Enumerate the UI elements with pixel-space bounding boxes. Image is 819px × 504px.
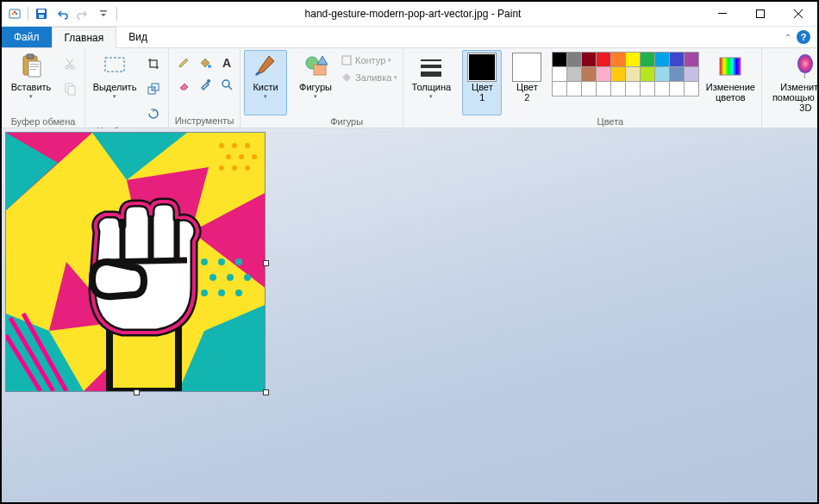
- fill-label: Заливка: [355, 72, 391, 83]
- undo-icon[interactable]: [53, 4, 72, 23]
- shapes-label: Фигуры: [299, 82, 332, 92]
- svg-point-50: [245, 143, 250, 148]
- palette-color[interactable]: [669, 81, 685, 96]
- select-button[interactable]: Выделить ▾: [89, 50, 141, 115]
- minimize-button[interactable]: [703, 2, 741, 26]
- palette-color[interactable]: [640, 81, 655, 96]
- chevron-down-icon: ▾: [113, 93, 116, 100]
- palette-color[interactable]: [640, 66, 655, 82]
- text-icon[interactable]: A: [216, 52, 238, 74]
- palette-color[interactable]: [596, 66, 611, 82]
- palette-color[interactable]: [625, 52, 641, 67]
- palette-color[interactable]: [669, 52, 685, 67]
- paste-button[interactable]: Вставить ▾: [5, 50, 57, 115]
- shapes-icon: [302, 53, 329, 80]
- svg-rect-15: [30, 69, 36, 70]
- svg-point-54: [219, 165, 224, 171]
- svg-point-48: [219, 143, 224, 148]
- palette-color[interactable]: [552, 66, 567, 82]
- svg-point-23: [208, 65, 211, 68]
- redo-icon[interactable]: [73, 4, 92, 23]
- quick-access-toolbar: [2, 4, 122, 23]
- brushes-button[interactable]: Кисти ▾: [244, 50, 287, 115]
- shape-outline-button[interactable]: Контур ▾: [339, 52, 399, 69]
- ribbon: Вставить ▾ Буфер обмена Выделить ▾: [2, 48, 817, 128]
- help-icon[interactable]: ?: [797, 30, 810, 44]
- window-buttons: [703, 2, 817, 26]
- svg-rect-9: [757, 10, 765, 18]
- palette-color[interactable]: [596, 81, 611, 96]
- resize-handle-e[interactable]: [263, 260, 269, 266]
- rotate-icon[interactable]: [142, 103, 165, 125]
- outline-icon: [341, 54, 353, 66]
- qat-customize-icon[interactable]: [94, 4, 113, 23]
- palette-color[interactable]: [566, 81, 582, 96]
- palette-color[interactable]: [669, 66, 685, 82]
- palette-color[interactable]: [552, 52, 567, 67]
- palette-color[interactable]: [566, 52, 582, 67]
- palette-color[interactable]: [566, 66, 582, 82]
- palette-color[interactable]: [596, 52, 611, 67]
- group-label-tools: Инструменты: [172, 115, 236, 128]
- palette-color[interactable]: [625, 66, 641, 82]
- svg-point-3: [14, 11, 16, 13]
- tab-view[interactable]: Вид: [116, 27, 159, 47]
- svg-point-63: [201, 289, 208, 296]
- crop-icon[interactable]: [142, 53, 165, 75]
- color1-button[interactable]: Цвет 1: [462, 50, 502, 115]
- color2-button[interactable]: Цвет 2: [507, 50, 547, 115]
- close-button[interactable]: [779, 2, 817, 26]
- size-button[interactable]: Толщина ▾: [407, 50, 455, 115]
- svg-point-25: [207, 79, 210, 83]
- svg-rect-31: [421, 65, 441, 68]
- pencil-icon[interactable]: [172, 52, 195, 74]
- magnifier-icon[interactable]: [216, 73, 238, 96]
- canvas-image: [6, 133, 265, 391]
- copy-icon[interactable]: [59, 78, 81, 100]
- palette-color[interactable]: [581, 81, 597, 96]
- palette-color[interactable]: [654, 66, 670, 82]
- ribbon-collapse-icon[interactable]: ⌃: [785, 33, 791, 42]
- palette-color[interactable]: [610, 66, 626, 82]
- edit-colors-button[interactable]: Изменение цветов: [703, 50, 758, 115]
- tab-home[interactable]: Главная: [52, 27, 117, 48]
- canvas[interactable]: [6, 133, 265, 391]
- shapes-gallery[interactable]: Фигуры ▾: [294, 50, 337, 115]
- palette-color[interactable]: [640, 52, 655, 67]
- resize-icon[interactable]: [142, 78, 165, 100]
- palette-color[interactable]: [654, 81, 670, 96]
- palette-color[interactable]: [684, 81, 699, 96]
- edit-colors-icon: [716, 53, 744, 80]
- palette-color[interactable]: [684, 52, 699, 67]
- app-icon[interactable]: [5, 4, 24, 23]
- palette-color[interactable]: [581, 66, 597, 82]
- eraser-icon[interactable]: [172, 73, 195, 96]
- palette-color[interactable]: [654, 52, 670, 67]
- svg-point-53: [252, 154, 257, 159]
- fill-icon[interactable]: [194, 52, 216, 74]
- tab-file[interactable]: Файл: [2, 27, 52, 47]
- svg-rect-32: [421, 72, 441, 77]
- paste-icon: [17, 53, 45, 80]
- palette-color[interactable]: [684, 66, 699, 82]
- resize-handle-se[interactable]: [263, 389, 269, 395]
- cut-icon[interactable]: [59, 53, 81, 75]
- shape-fill-button[interactable]: Заливка ▾: [339, 69, 399, 86]
- paste-label: Вставить: [11, 82, 52, 92]
- canvas-area[interactable]: [2, 128, 817, 502]
- save-icon[interactable]: [32, 4, 51, 23]
- maximize-button[interactable]: [741, 2, 779, 26]
- edit-colors-label: Изменение цветов: [706, 82, 755, 103]
- palette-color[interactable]: [625, 81, 641, 96]
- group-paint3d: Изменить с помощью Paint 3D: [762, 48, 819, 128]
- palette-color[interactable]: [552, 81, 567, 96]
- resize-handle-s[interactable]: [134, 389, 140, 395]
- brushes-label: Кисти: [253, 82, 278, 92]
- palette-color[interactable]: [610, 52, 626, 67]
- chevron-down-icon: ▾: [429, 93, 433, 100]
- paint3d-button[interactable]: Изменить с помощью Paint 3D: [766, 50, 819, 115]
- svg-point-65: [235, 289, 242, 296]
- palette-color[interactable]: [581, 52, 597, 67]
- eyedropper-icon[interactable]: [194, 73, 216, 96]
- palette-color[interactable]: [610, 81, 626, 96]
